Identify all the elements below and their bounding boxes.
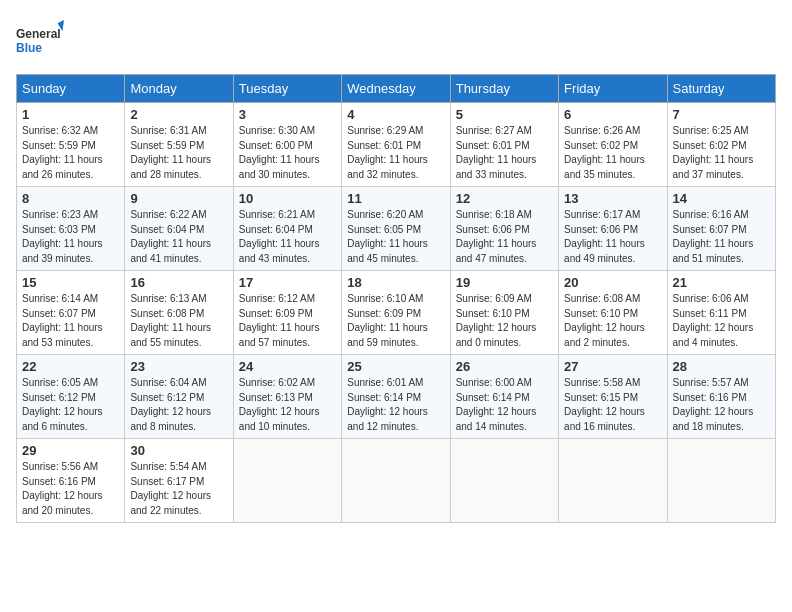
day-number: 29 (22, 443, 119, 458)
day-info: Sunrise: 6:09 AM Sunset: 6:10 PM Dayligh… (456, 292, 553, 350)
day-number: 10 (239, 191, 336, 206)
day-of-week-header: Saturday (667, 75, 775, 103)
day-number: 19 (456, 275, 553, 290)
day-info: Sunrise: 6:10 AM Sunset: 6:09 PM Dayligh… (347, 292, 444, 350)
day-of-week-header: Tuesday (233, 75, 341, 103)
day-number: 1 (22, 107, 119, 122)
calendar-cell (559, 439, 667, 523)
day-number: 14 (673, 191, 770, 206)
day-info: Sunrise: 6:29 AM Sunset: 6:01 PM Dayligh… (347, 124, 444, 182)
day-number: 11 (347, 191, 444, 206)
calendar-cell: 7 Sunrise: 6:25 AM Sunset: 6:02 PM Dayli… (667, 103, 775, 187)
calendar-cell: 11 Sunrise: 6:20 AM Sunset: 6:05 PM Dayl… (342, 187, 450, 271)
day-number: 24 (239, 359, 336, 374)
day-info: Sunrise: 6:06 AM Sunset: 6:11 PM Dayligh… (673, 292, 770, 350)
day-info: Sunrise: 6:04 AM Sunset: 6:12 PM Dayligh… (130, 376, 227, 434)
calendar-cell (233, 439, 341, 523)
day-number: 15 (22, 275, 119, 290)
day-number: 28 (673, 359, 770, 374)
calendar-cell: 23 Sunrise: 6:04 AM Sunset: 6:12 PM Dayl… (125, 355, 233, 439)
calendar-cell: 21 Sunrise: 6:06 AM Sunset: 6:11 PM Dayl… (667, 271, 775, 355)
day-number: 8 (22, 191, 119, 206)
day-number: 16 (130, 275, 227, 290)
day-of-week-header: Sunday (17, 75, 125, 103)
day-info: Sunrise: 6:23 AM Sunset: 6:03 PM Dayligh… (22, 208, 119, 266)
calendar-cell: 2 Sunrise: 6:31 AM Sunset: 5:59 PM Dayli… (125, 103, 233, 187)
calendar-cell: 4 Sunrise: 6:29 AM Sunset: 6:01 PM Dayli… (342, 103, 450, 187)
day-info: Sunrise: 6:27 AM Sunset: 6:01 PM Dayligh… (456, 124, 553, 182)
svg-text:Blue: Blue (16, 41, 42, 55)
calendar-cell: 24 Sunrise: 6:02 AM Sunset: 6:13 PM Dayl… (233, 355, 341, 439)
day-number: 17 (239, 275, 336, 290)
calendar-cell: 20 Sunrise: 6:08 AM Sunset: 6:10 PM Dayl… (559, 271, 667, 355)
day-info: Sunrise: 5:56 AM Sunset: 6:16 PM Dayligh… (22, 460, 119, 518)
day-info: Sunrise: 6:30 AM Sunset: 6:00 PM Dayligh… (239, 124, 336, 182)
day-info: Sunrise: 6:26 AM Sunset: 6:02 PM Dayligh… (564, 124, 661, 182)
day-info: Sunrise: 6:16 AM Sunset: 6:07 PM Dayligh… (673, 208, 770, 266)
calendar-cell: 10 Sunrise: 6:21 AM Sunset: 6:04 PM Dayl… (233, 187, 341, 271)
calendar-cell: 15 Sunrise: 6:14 AM Sunset: 6:07 PM Dayl… (17, 271, 125, 355)
page-header: General Blue (16, 16, 776, 64)
day-info: Sunrise: 5:58 AM Sunset: 6:15 PM Dayligh… (564, 376, 661, 434)
calendar-cell: 30 Sunrise: 5:54 AM Sunset: 6:17 PM Dayl… (125, 439, 233, 523)
calendar-cell: 25 Sunrise: 6:01 AM Sunset: 6:14 PM Dayl… (342, 355, 450, 439)
day-number: 26 (456, 359, 553, 374)
calendar-table: SundayMondayTuesdayWednesdayThursdayFrid… (16, 74, 776, 523)
calendar-cell (667, 439, 775, 523)
day-number: 18 (347, 275, 444, 290)
day-number: 30 (130, 443, 227, 458)
calendar-cell: 26 Sunrise: 6:00 AM Sunset: 6:14 PM Dayl… (450, 355, 558, 439)
logo-svg: General Blue (16, 16, 64, 64)
svg-text:General: General (16, 27, 61, 41)
day-number: 7 (673, 107, 770, 122)
day-number: 23 (130, 359, 227, 374)
day-info: Sunrise: 5:57 AM Sunset: 6:16 PM Dayligh… (673, 376, 770, 434)
day-number: 3 (239, 107, 336, 122)
day-info: Sunrise: 6:22 AM Sunset: 6:04 PM Dayligh… (130, 208, 227, 266)
day-number: 27 (564, 359, 661, 374)
day-number: 21 (673, 275, 770, 290)
day-info: Sunrise: 6:02 AM Sunset: 6:13 PM Dayligh… (239, 376, 336, 434)
day-number: 12 (456, 191, 553, 206)
logo: General Blue (16, 16, 64, 64)
day-info: Sunrise: 6:08 AM Sunset: 6:10 PM Dayligh… (564, 292, 661, 350)
calendar-cell: 17 Sunrise: 6:12 AM Sunset: 6:09 PM Dayl… (233, 271, 341, 355)
day-number: 6 (564, 107, 661, 122)
day-number: 9 (130, 191, 227, 206)
calendar-cell: 18 Sunrise: 6:10 AM Sunset: 6:09 PM Dayl… (342, 271, 450, 355)
day-info: Sunrise: 6:21 AM Sunset: 6:04 PM Dayligh… (239, 208, 336, 266)
calendar-cell: 1 Sunrise: 6:32 AM Sunset: 5:59 PM Dayli… (17, 103, 125, 187)
day-number: 2 (130, 107, 227, 122)
day-info: Sunrise: 6:32 AM Sunset: 5:59 PM Dayligh… (22, 124, 119, 182)
calendar-cell: 9 Sunrise: 6:22 AM Sunset: 6:04 PM Dayli… (125, 187, 233, 271)
day-info: Sunrise: 6:00 AM Sunset: 6:14 PM Dayligh… (456, 376, 553, 434)
day-info: Sunrise: 6:13 AM Sunset: 6:08 PM Dayligh… (130, 292, 227, 350)
day-info: Sunrise: 5:54 AM Sunset: 6:17 PM Dayligh… (130, 460, 227, 518)
day-number: 22 (22, 359, 119, 374)
calendar-cell: 12 Sunrise: 6:18 AM Sunset: 6:06 PM Dayl… (450, 187, 558, 271)
day-of-week-header: Monday (125, 75, 233, 103)
day-info: Sunrise: 6:31 AM Sunset: 5:59 PM Dayligh… (130, 124, 227, 182)
calendar-cell: 19 Sunrise: 6:09 AM Sunset: 6:10 PM Dayl… (450, 271, 558, 355)
calendar-cell: 6 Sunrise: 6:26 AM Sunset: 6:02 PM Dayli… (559, 103, 667, 187)
calendar-cell: 3 Sunrise: 6:30 AM Sunset: 6:00 PM Dayli… (233, 103, 341, 187)
day-info: Sunrise: 6:12 AM Sunset: 6:09 PM Dayligh… (239, 292, 336, 350)
day-number: 25 (347, 359, 444, 374)
calendar-cell: 13 Sunrise: 6:17 AM Sunset: 6:06 PM Dayl… (559, 187, 667, 271)
day-info: Sunrise: 6:25 AM Sunset: 6:02 PM Dayligh… (673, 124, 770, 182)
calendar-cell: 22 Sunrise: 6:05 AM Sunset: 6:12 PM Dayl… (17, 355, 125, 439)
day-of-week-header: Wednesday (342, 75, 450, 103)
day-info: Sunrise: 6:01 AM Sunset: 6:14 PM Dayligh… (347, 376, 444, 434)
day-of-week-header: Thursday (450, 75, 558, 103)
calendar-cell: 28 Sunrise: 5:57 AM Sunset: 6:16 PM Dayl… (667, 355, 775, 439)
day-info: Sunrise: 6:18 AM Sunset: 6:06 PM Dayligh… (456, 208, 553, 266)
calendar-cell: 8 Sunrise: 6:23 AM Sunset: 6:03 PM Dayli… (17, 187, 125, 271)
day-number: 13 (564, 191, 661, 206)
calendar-cell: 29 Sunrise: 5:56 AM Sunset: 6:16 PM Dayl… (17, 439, 125, 523)
calendar-cell: 16 Sunrise: 6:13 AM Sunset: 6:08 PM Dayl… (125, 271, 233, 355)
calendar-cell: 14 Sunrise: 6:16 AM Sunset: 6:07 PM Dayl… (667, 187, 775, 271)
day-number: 5 (456, 107, 553, 122)
day-info: Sunrise: 6:05 AM Sunset: 6:12 PM Dayligh… (22, 376, 119, 434)
day-info: Sunrise: 6:17 AM Sunset: 6:06 PM Dayligh… (564, 208, 661, 266)
day-of-week-header: Friday (559, 75, 667, 103)
